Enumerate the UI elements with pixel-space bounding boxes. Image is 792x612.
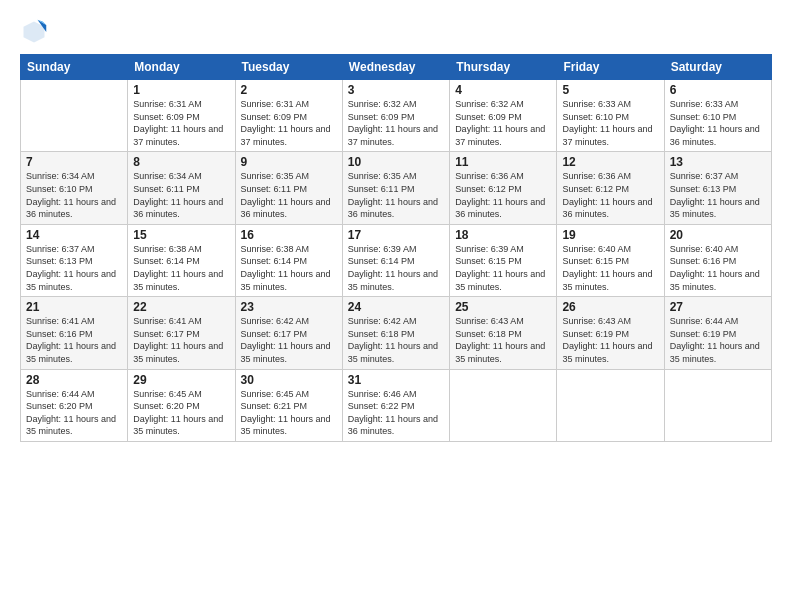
day-number: 13: [670, 155, 766, 169]
day-number: 29: [133, 373, 229, 387]
calendar-cell: 9Sunrise: 6:35 AMSunset: 6:11 PMDaylight…: [235, 152, 342, 224]
day-info: Sunrise: 6:40 AMSunset: 6:15 PMDaylight:…: [562, 243, 658, 293]
day-info: Sunrise: 6:45 AMSunset: 6:21 PMDaylight:…: [241, 388, 337, 438]
calendar-cell: 12Sunrise: 6:36 AMSunset: 6:12 PMDayligh…: [557, 152, 664, 224]
calendar-cell: 7Sunrise: 6:34 AMSunset: 6:10 PMDaylight…: [21, 152, 128, 224]
logo-icon: [20, 18, 48, 46]
day-info: Sunrise: 6:45 AMSunset: 6:20 PMDaylight:…: [133, 388, 229, 438]
calendar-cell: 31Sunrise: 6:46 AMSunset: 6:22 PMDayligh…: [342, 369, 449, 441]
calendar-cell: [21, 80, 128, 152]
day-number: 6: [670, 83, 766, 97]
calendar-cell: 6Sunrise: 6:33 AMSunset: 6:10 PMDaylight…: [664, 80, 771, 152]
calendar-cell: 4Sunrise: 6:32 AMSunset: 6:09 PMDaylight…: [450, 80, 557, 152]
day-number: 19: [562, 228, 658, 242]
page: SundayMondayTuesdayWednesdayThursdayFrid…: [0, 0, 792, 612]
day-info: Sunrise: 6:33 AMSunset: 6:10 PMDaylight:…: [670, 98, 766, 148]
day-info: Sunrise: 6:33 AMSunset: 6:10 PMDaylight:…: [562, 98, 658, 148]
day-number: 21: [26, 300, 122, 314]
day-number: 3: [348, 83, 444, 97]
day-info: Sunrise: 6:32 AMSunset: 6:09 PMDaylight:…: [348, 98, 444, 148]
day-number: 4: [455, 83, 551, 97]
calendar-cell: 20Sunrise: 6:40 AMSunset: 6:16 PMDayligh…: [664, 224, 771, 296]
day-info: Sunrise: 6:36 AMSunset: 6:12 PMDaylight:…: [455, 170, 551, 220]
calendar-cell: [450, 369, 557, 441]
weekday-header: Monday: [128, 55, 235, 80]
day-info: Sunrise: 6:39 AMSunset: 6:15 PMDaylight:…: [455, 243, 551, 293]
day-number: 31: [348, 373, 444, 387]
day-number: 12: [562, 155, 658, 169]
day-number: 5: [562, 83, 658, 97]
calendar-cell: 21Sunrise: 6:41 AMSunset: 6:16 PMDayligh…: [21, 297, 128, 369]
day-info: Sunrise: 6:36 AMSunset: 6:12 PMDaylight:…: [562, 170, 658, 220]
day-info: Sunrise: 6:31 AMSunset: 6:09 PMDaylight:…: [241, 98, 337, 148]
day-number: 9: [241, 155, 337, 169]
day-info: Sunrise: 6:37 AMSunset: 6:13 PMDaylight:…: [670, 170, 766, 220]
day-info: Sunrise: 6:38 AMSunset: 6:14 PMDaylight:…: [241, 243, 337, 293]
day-number: 18: [455, 228, 551, 242]
day-number: 27: [670, 300, 766, 314]
day-info: Sunrise: 6:46 AMSunset: 6:22 PMDaylight:…: [348, 388, 444, 438]
calendar-cell: 22Sunrise: 6:41 AMSunset: 6:17 PMDayligh…: [128, 297, 235, 369]
day-info: Sunrise: 6:31 AMSunset: 6:09 PMDaylight:…: [133, 98, 229, 148]
weekday-header: Wednesday: [342, 55, 449, 80]
calendar-cell: 5Sunrise: 6:33 AMSunset: 6:10 PMDaylight…: [557, 80, 664, 152]
day-number: 28: [26, 373, 122, 387]
calendar-cell: 25Sunrise: 6:43 AMSunset: 6:18 PMDayligh…: [450, 297, 557, 369]
day-number: 23: [241, 300, 337, 314]
calendar-cell: 14Sunrise: 6:37 AMSunset: 6:13 PMDayligh…: [21, 224, 128, 296]
day-number: 2: [241, 83, 337, 97]
calendar-cell: 3Sunrise: 6:32 AMSunset: 6:09 PMDaylight…: [342, 80, 449, 152]
calendar-cell: 11Sunrise: 6:36 AMSunset: 6:12 PMDayligh…: [450, 152, 557, 224]
day-info: Sunrise: 6:43 AMSunset: 6:19 PMDaylight:…: [562, 315, 658, 365]
calendar-table: SundayMondayTuesdayWednesdayThursdayFrid…: [20, 54, 772, 442]
calendar-cell: 1Sunrise: 6:31 AMSunset: 6:09 PMDaylight…: [128, 80, 235, 152]
weekday-header: Sunday: [21, 55, 128, 80]
day-number: 30: [241, 373, 337, 387]
header: [20, 18, 772, 46]
day-number: 17: [348, 228, 444, 242]
calendar-cell: 24Sunrise: 6:42 AMSunset: 6:18 PMDayligh…: [342, 297, 449, 369]
calendar-cell: 13Sunrise: 6:37 AMSunset: 6:13 PMDayligh…: [664, 152, 771, 224]
day-number: 7: [26, 155, 122, 169]
day-info: Sunrise: 6:40 AMSunset: 6:16 PMDaylight:…: [670, 243, 766, 293]
calendar-cell: 10Sunrise: 6:35 AMSunset: 6:11 PMDayligh…: [342, 152, 449, 224]
weekday-header: Friday: [557, 55, 664, 80]
day-info: Sunrise: 6:44 AMSunset: 6:20 PMDaylight:…: [26, 388, 122, 438]
calendar-cell: 27Sunrise: 6:44 AMSunset: 6:19 PMDayligh…: [664, 297, 771, 369]
day-number: 22: [133, 300, 229, 314]
day-info: Sunrise: 6:41 AMSunset: 6:16 PMDaylight:…: [26, 315, 122, 365]
calendar-cell: 19Sunrise: 6:40 AMSunset: 6:15 PMDayligh…: [557, 224, 664, 296]
day-info: Sunrise: 6:42 AMSunset: 6:18 PMDaylight:…: [348, 315, 444, 365]
day-number: 26: [562, 300, 658, 314]
weekday-header: Thursday: [450, 55, 557, 80]
calendar-cell: 8Sunrise: 6:34 AMSunset: 6:11 PMDaylight…: [128, 152, 235, 224]
day-info: Sunrise: 6:35 AMSunset: 6:11 PMDaylight:…: [241, 170, 337, 220]
calendar-cell: 30Sunrise: 6:45 AMSunset: 6:21 PMDayligh…: [235, 369, 342, 441]
calendar-cell: 23Sunrise: 6:42 AMSunset: 6:17 PMDayligh…: [235, 297, 342, 369]
logo: [20, 18, 52, 46]
day-number: 14: [26, 228, 122, 242]
day-number: 10: [348, 155, 444, 169]
day-number: 1: [133, 83, 229, 97]
day-info: Sunrise: 6:39 AMSunset: 6:14 PMDaylight:…: [348, 243, 444, 293]
calendar-cell: 26Sunrise: 6:43 AMSunset: 6:19 PMDayligh…: [557, 297, 664, 369]
calendar-cell: 18Sunrise: 6:39 AMSunset: 6:15 PMDayligh…: [450, 224, 557, 296]
calendar-cell: 16Sunrise: 6:38 AMSunset: 6:14 PMDayligh…: [235, 224, 342, 296]
calendar-cell: [664, 369, 771, 441]
day-info: Sunrise: 6:34 AMSunset: 6:10 PMDaylight:…: [26, 170, 122, 220]
day-number: 25: [455, 300, 551, 314]
day-info: Sunrise: 6:42 AMSunset: 6:17 PMDaylight:…: [241, 315, 337, 365]
calendar-cell: 17Sunrise: 6:39 AMSunset: 6:14 PMDayligh…: [342, 224, 449, 296]
day-info: Sunrise: 6:37 AMSunset: 6:13 PMDaylight:…: [26, 243, 122, 293]
day-number: 20: [670, 228, 766, 242]
day-number: 15: [133, 228, 229, 242]
weekday-header: Tuesday: [235, 55, 342, 80]
day-number: 11: [455, 155, 551, 169]
day-number: 8: [133, 155, 229, 169]
calendar-cell: 29Sunrise: 6:45 AMSunset: 6:20 PMDayligh…: [128, 369, 235, 441]
day-info: Sunrise: 6:43 AMSunset: 6:18 PMDaylight:…: [455, 315, 551, 365]
calendar-cell: [557, 369, 664, 441]
day-info: Sunrise: 6:34 AMSunset: 6:11 PMDaylight:…: [133, 170, 229, 220]
day-info: Sunrise: 6:38 AMSunset: 6:14 PMDaylight:…: [133, 243, 229, 293]
day-info: Sunrise: 6:44 AMSunset: 6:19 PMDaylight:…: [670, 315, 766, 365]
